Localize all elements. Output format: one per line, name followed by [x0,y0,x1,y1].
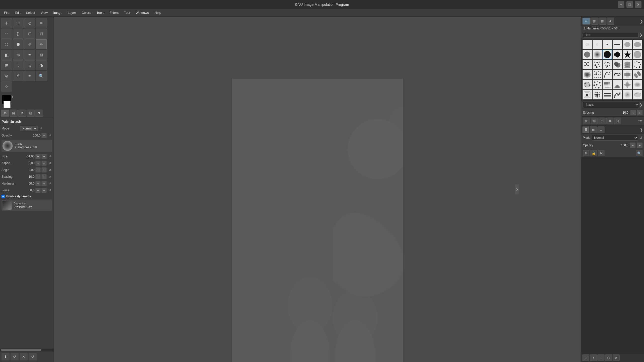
swap-colors-icon[interactable]: ↕ [12,95,13,99]
spacing-increase-button[interactable]: + [637,110,642,115]
refresh-brushes-button[interactable]: ↺ [614,118,621,124]
menu-file[interactable]: File [2,10,12,16]
layers-mode-select[interactable]: Normal [592,135,638,141]
aspect-decrease-button[interactable]: − [35,161,41,166]
delete-tool-preset-button[interactable]: ✕ [20,353,28,360]
gradients-tab[interactable]: ⊟ [598,18,606,25]
bucket-fill-button[interactable]: ⬡ [1,39,12,49]
enable-dynamics-checkbox[interactable] [2,195,5,198]
paths-tab[interactable]: ⊡ [597,126,605,133]
layers-opacity-decrease-button[interactable]: − [630,143,635,148]
brush-cell-29[interactable] [623,80,632,89]
delete-brush-button[interactable]: ✕ [606,118,613,124]
menu-test[interactable]: Test [122,10,133,16]
brush-cell-3[interactable] [602,40,612,49]
airbrush-tool-button[interactable]: ⊕ [13,50,24,60]
spacing-reset-button[interactable]: ↺ [48,174,52,179]
layers-opacity-increase-button[interactable]: + [637,143,642,148]
brush-filter-arrow[interactable]: ❯ [639,33,642,37]
new-layer-button[interactable]: ⬡ [605,354,612,361]
color-picker-button[interactable]: ✒ [24,71,35,81]
menu-view[interactable]: View [38,10,50,16]
force-increase-button[interactable]: + [42,188,47,193]
angle-decrease-button[interactable]: − [35,167,41,172]
new-layer-group-button[interactable]: ⊞ [582,354,589,361]
scale-tool-button[interactable]: ↔ [1,29,12,39]
free-select-tool-button[interactable]: ⊙ [24,18,35,28]
brush-cell-11[interactable] [623,50,632,59]
brush-cell-33[interactable] [602,90,612,100]
menu-colors[interactable]: Colors [79,10,94,16]
new-brush-button[interactable]: ⊞ [591,118,598,124]
force-reset-button[interactable]: ↺ [48,188,52,193]
brush-cell-30[interactable] [633,80,642,89]
opacity-decrease-button[interactable]: − [42,133,47,138]
layer-search-button[interactable]: 🔍 [636,150,642,156]
menu-filters[interactable]: Filters [107,10,121,16]
brush-cell-36[interactable] [633,90,642,100]
brush-cell-9[interactable] [602,50,612,59]
angle-reset-button[interactable]: ↺ [48,168,52,172]
delete-layer-button[interactable]: ✕ [613,354,620,361]
brushes-tab[interactable]: ✏ [582,18,590,25]
brush-cell-21[interactable] [602,70,612,79]
zoom-tool-button[interactable]: 🔍 [36,71,47,81]
brush-cell-16[interactable] [613,60,622,69]
tool-options-tab4[interactable]: ⊡ [27,110,35,117]
maximize-button[interactable]: □ [626,1,633,8]
brush-cell-31[interactable] [582,90,592,100]
size-decrease-button[interactable]: − [35,154,41,159]
brush-cell-34[interactable] [613,90,622,100]
brush-cell-13[interactable] [582,60,592,69]
layers-tab[interactable]: ☰ [582,126,589,133]
measure-tool-button[interactable]: ⊹ [1,81,12,92]
restore-tool-defaults-button[interactable]: ↺ [11,353,19,360]
canvas-area[interactable]: ❯ [54,17,581,362]
menu-help[interactable]: Help [152,10,164,16]
tool-options-tab[interactable]: ⚙ [1,110,9,117]
right-panel-collapse[interactable]: ❯ [515,184,519,194]
size-increase-button[interactable]: + [42,154,47,159]
brush-cell-1[interactable] [582,40,592,49]
size-reset-button[interactable]: ↺ [48,154,52,159]
menu-image[interactable]: Image [51,10,65,16]
opacity-reset-button[interactable]: ↺ [48,133,52,138]
menu-layer[interactable]: Layer [65,10,79,16]
ink-tool-button[interactable]: ✒ [24,50,35,60]
aspect-reset-button[interactable]: ↺ [48,161,52,165]
transform-tool-button[interactable]: ⊡ [36,29,47,39]
menu-windows[interactable]: Windows [133,10,151,16]
brush-cell-14[interactable] [592,60,602,69]
spacing-increase-button[interactable]: + [42,174,47,179]
save-tool-preset-button[interactable]: ⬇ [2,353,10,360]
rect-select-tool-button[interactable]: ⬚ [13,18,24,28]
hardness-reset-button[interactable]: ↺ [48,181,52,186]
brush-cell-7[interactable] [582,50,592,59]
gimp-canvas[interactable] [232,79,403,362]
brush-cell-24[interactable] [633,70,642,79]
brush-cell-27[interactable] [602,80,612,89]
paintbrush-tool-button[interactable]: ✏ [36,39,47,49]
edit-brush-button[interactable]: ✏ [583,118,590,124]
brush-cell-4[interactable] [613,40,622,49]
layers-tab-arrow[interactable]: ❯ [640,127,643,132]
menu-tools[interactable]: Tools [94,10,107,16]
move-layer-down-button[interactable]: ↓ [597,354,605,361]
text-tool-button[interactable]: A [13,71,24,81]
hardness-decrease-button[interactable]: − [35,181,41,186]
brush-cell-20[interactable] [592,70,602,79]
menu-edit[interactable]: Edit [12,10,23,16]
tool-options-tab2[interactable]: ⊞ [10,110,18,117]
mode-reset-button[interactable]: ↺ [38,126,43,131]
close-button[interactable]: ✕ [635,1,641,8]
menu-select[interactable]: Select [23,10,37,16]
fonts-tab[interactable]: A [607,18,614,25]
tool-preset-menu-button[interactable]: ↺ [29,353,37,360]
mode-select[interactable]: Normal [20,126,37,131]
duplicate-brush-button[interactable]: ⊡ [598,118,606,124]
shear-tool-button[interactable]: ⟨⟩ [13,29,24,39]
brush-cell-19[interactable] [582,70,592,79]
brush-cell-22[interactable] [613,70,622,79]
patterns-tab[interactable]: ⊞ [590,18,598,25]
horizontal-scrollbar[interactable] [0,348,54,351]
